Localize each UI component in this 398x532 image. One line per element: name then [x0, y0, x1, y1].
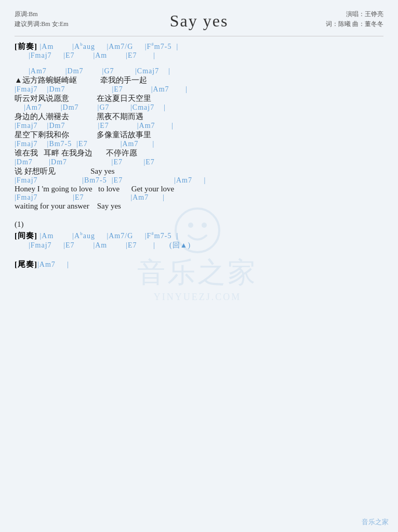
lyricist: 词：陈曦 曲：董冬冬 [326, 19, 383, 29]
original-key: 原调:Bm [15, 9, 69, 19]
song-title: Say yes [170, 11, 229, 31]
interlude-label-line: [间奏] |Am |Abaug |Am7/G |F#m7-5 | [15, 231, 383, 241]
verse-block: |Am7 |Dm7 |G7 |Cmaj7 | ▲远方路蜿蜒崎岖 牵我的手一起 |… [15, 67, 383, 211]
note-1: (1) [15, 220, 383, 229]
intro-chord2: |Fmaj7 |E7 |Am |E7 | [15, 51, 383, 60]
divider [15, 36, 383, 36]
chord-8: |Fmaj7 |E7 |Am7 | [15, 193, 383, 202]
page: 原调:Bm 建议男调:Bm 女:Em Say yes 演唱：王铮亮 词：陈曦 曲… [0, 0, 398, 532]
intro-label-line: [前奏] |Am |Abaug |Am7/G |F#m7-5 | [15, 42, 383, 51]
header: 原调:Bm 建议男调:Bm 女:Em Say yes 演唱：王铮亮 词：陈曦 曲… [15, 9, 383, 31]
lyric-8: waiting for your answer Say yes [15, 202, 383, 211]
chord-5: |Fmaj7 |Bm7-5 |E7 |Am7 | [15, 140, 383, 148]
chord-7: |Fmaj7 |Bm7-5 |E7 |Am7 | [15, 176, 383, 185]
interlude-label: [间奏] [15, 231, 37, 240]
lyric-5: 谁在我 耳畔 在我身边 不停许愿 [15, 148, 383, 158]
section-interlude: [间奏] |Am |Abaug |Am7/G |F#m7-5 | |Fmaj7 … [15, 231, 383, 250]
chord-3: |Am7 |Dm7 |G7 |Cmaj7 | [15, 103, 383, 112]
chord-2: |Fmaj7 |Dm7 |E7 |Am7 | [15, 85, 383, 94]
intro-label: [前奏] [15, 42, 37, 50]
interlude-chord2: |Fmaj7 |E7 |Am |E7 | (回▲) [15, 241, 383, 250]
performer: 演唱：王铮亮 [326, 9, 383, 19]
lyric-3: 身边的人潮褪去 黑夜不期而遇 [15, 112, 383, 122]
meta-right: 演唱：王铮亮 词：陈曦 曲：董冬冬 [326, 9, 383, 29]
footer-logo: 音乐之家 [362, 517, 389, 527]
section-intro: [前奏] |Am |Abaug |Am7/G |F#m7-5 | |Fmaj7 … [15, 42, 383, 60]
lyric-1: ▲远方路蜿蜒崎岖 牵我的手一起 [15, 75, 383, 85]
lyric-2: 听云对风说愿意 在这夏日天空里 [15, 94, 383, 103]
chord-4: |Fmaj7 |Dm7 |E7 |Am7 | [15, 122, 383, 130]
chord-1: |Am7 |Dm7 |G7 |Cmaj7 | [15, 67, 383, 75]
chord-6: |Dm7 |Dm7 |E7 |E7 [15, 158, 383, 166]
suggested-key: 建议男调:Bm 女:Em [15, 19, 69, 29]
lyric-7: Honey I 'm going to love to love Get you… [15, 185, 383, 193]
lyric-6: 说 好想听见 Say yes [15, 166, 383, 176]
lyric-4: 星空下剩我和你 多像童话故事里 [15, 130, 383, 140]
outro-label: [尾奏] [15, 260, 37, 268]
watermark-subtext: YINYUEZJ.COM [154, 292, 242, 303]
interlude-note: (1) [15, 220, 383, 229]
section-outro: [尾奏]|Am7 | [15, 259, 383, 269]
meta-left: 原调:Bm 建议男调:Bm 女:Em [15, 9, 69, 29]
outro-label-line: [尾奏]|Am7 | [15, 259, 383, 269]
